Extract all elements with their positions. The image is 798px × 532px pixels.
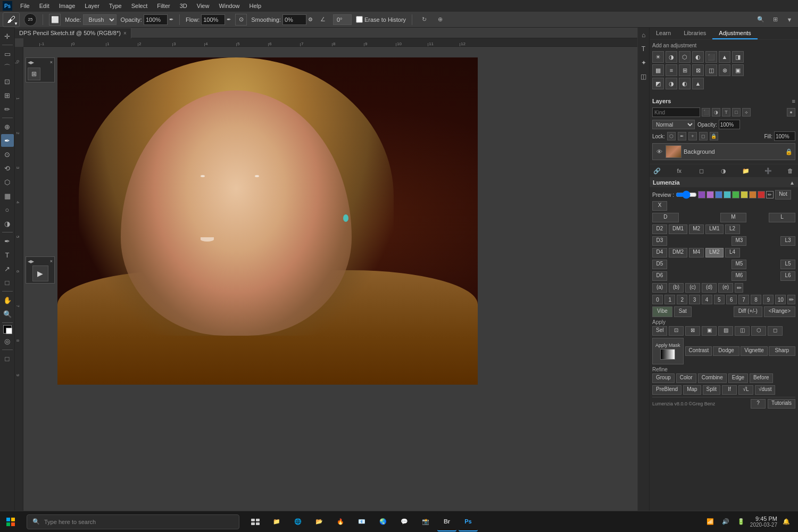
flow-input[interactable] bbox=[201, 14, 225, 25]
menu-image[interactable]: Image bbox=[55, 2, 80, 10]
tool-dodge[interactable]: ◑ bbox=[1, 217, 14, 230]
opacity-input[interactable] bbox=[719, 120, 740, 129]
color-btn[interactable]: Color bbox=[676, 373, 696, 383]
d5-btn[interactable]: D5 bbox=[652, 260, 667, 269]
tool-blur[interactable]: ○ bbox=[1, 203, 14, 216]
adj-curves2[interactable]: ◐ bbox=[679, 78, 691, 89]
flow-pressure[interactable]: ✒ bbox=[227, 16, 231, 22]
d-btn[interactable]: D bbox=[652, 213, 679, 222]
color-picker-btn[interactable]: ✏ bbox=[766, 191, 774, 198]
m5-btn[interactable]: M5 bbox=[732, 260, 746, 269]
swatch-red[interactable] bbox=[758, 191, 765, 198]
edge-browser-btn[interactable]: 🌐 bbox=[288, 512, 307, 531]
tab-libraries[interactable]: Libraries bbox=[677, 28, 712, 39]
lock-transparent-btn[interactable]: ⬡ bbox=[667, 132, 676, 140]
m2-btn[interactable]: M2 bbox=[689, 225, 704, 234]
symmetry-btn[interactable]: ⊕ bbox=[434, 14, 446, 26]
l4-btn[interactable]: L4 bbox=[725, 248, 740, 257]
tool-marquee[interactable]: ▭ bbox=[1, 47, 14, 60]
adj-curves[interactable]: ◑ bbox=[666, 51, 677, 63]
taskbar-volume[interactable]: 🔊 bbox=[719, 517, 732, 526]
num-8[interactable]: 8 bbox=[751, 295, 761, 304]
smoothing-settings[interactable]: ⚙ bbox=[308, 16, 313, 22]
tool-brush[interactable]: ✒ bbox=[1, 134, 14, 147]
menu-select[interactable]: Select bbox=[127, 2, 152, 10]
swatch-yellow[interactable] bbox=[741, 191, 748, 198]
system-clock[interactable]: 9:45 PM 2020-03-27 bbox=[750, 516, 777, 528]
tool-object-select[interactable]: ⊡ bbox=[1, 75, 14, 88]
num-6[interactable]: 6 bbox=[726, 295, 737, 304]
layers-filter-shape[interactable]: □ bbox=[732, 108, 741, 117]
adj-channelmixer[interactable]: ≡ bbox=[666, 64, 677, 76]
layers-filter-adj[interactable]: ◑ bbox=[712, 108, 720, 117]
action-panel-close[interactable]: × bbox=[50, 259, 53, 264]
apply-btn8[interactable]: ◻ bbox=[768, 326, 783, 336]
preview-slider[interactable] bbox=[676, 192, 697, 197]
brush-size-circle[interactable]: 25 bbox=[24, 13, 37, 26]
swatch-teal[interactable] bbox=[724, 191, 731, 198]
apply-btn3[interactable]: ⊠ bbox=[685, 326, 700, 336]
background-color[interactable] bbox=[6, 328, 12, 334]
vibe-btn[interactable]: Vibe bbox=[652, 306, 672, 317]
taskview-btn[interactable] bbox=[246, 512, 265, 531]
d6-btn[interactable]: D6 bbox=[652, 271, 667, 281]
before-btn[interactable]: Before bbox=[750, 373, 772, 383]
menu-window[interactable]: Window bbox=[214, 2, 244, 10]
adj-vibrance[interactable]: ◐ bbox=[692, 51, 704, 63]
adj-photofilter[interactable]: ▦ bbox=[652, 64, 664, 76]
menu-layer[interactable]: Layer bbox=[80, 2, 104, 10]
erase-to-history-check[interactable] bbox=[356, 16, 363, 23]
layers-add-btn[interactable]: ➕ bbox=[763, 166, 773, 176]
vl-btn[interactable]: √L bbox=[738, 385, 753, 395]
bridge-btn[interactable]: Br bbox=[437, 512, 456, 531]
x-btn[interactable]: X bbox=[652, 201, 667, 211]
alpha-d-btn[interactable]: (d) bbox=[702, 283, 717, 293]
num-5[interactable]: 5 bbox=[714, 295, 725, 304]
l3-btn[interactable]: L3 bbox=[780, 236, 795, 246]
tool-zoom[interactable]: 🔍 bbox=[1, 307, 14, 320]
d4-btn[interactable]: D4 bbox=[652, 248, 667, 257]
range-btn[interactable]: <Range> bbox=[764, 306, 795, 317]
layers-filter-pixel[interactable]: ⬛ bbox=[702, 108, 710, 117]
apply-mask-btn[interactable]: Apply Mask bbox=[652, 338, 684, 364]
apply-sel-btn[interactable]: Sel bbox=[652, 326, 667, 336]
dust-btn[interactable]: √dust bbox=[755, 385, 775, 395]
chat-btn[interactable]: 💬 bbox=[395, 512, 414, 531]
tab-learn[interactable]: Learn bbox=[650, 28, 677, 39]
opacity-input[interactable] bbox=[144, 14, 168, 25]
layers-panel-menu[interactable]: ≡ bbox=[792, 98, 795, 104]
menu-3d[interactable]: 3D bbox=[176, 2, 192, 10]
taskbar-search-box[interactable]: 🔍 Type here to search bbox=[27, 514, 239, 529]
adj-posterize[interactable]: ◫ bbox=[705, 64, 717, 76]
notification-btn[interactable]: 🔔 bbox=[780, 517, 793, 526]
layers-mask-btn[interactable]: ◻ bbox=[697, 166, 706, 176]
layers-link-btn[interactable]: 🔗 bbox=[652, 166, 662, 176]
group-btn[interactable]: Group bbox=[652, 373, 675, 383]
menu-help[interactable]: Help bbox=[245, 2, 266, 10]
adj-selectivecolor[interactable]: ◩ bbox=[652, 78, 664, 89]
layers-filter-type[interactable]: T bbox=[722, 108, 730, 117]
layers-filter-smart[interactable]: ⟡ bbox=[742, 108, 751, 117]
small-panel-icon-btn[interactable]: ⊞ bbox=[28, 68, 40, 80]
menu-file[interactable]: File bbox=[16, 2, 34, 10]
layers-adj-btn[interactable]: ◑ bbox=[719, 166, 728, 176]
tool-crop[interactable]: ⊞ bbox=[1, 89, 14, 102]
more-btn[interactable]: ▼ bbox=[784, 14, 795, 26]
tool-lasso[interactable]: ⌒ bbox=[1, 61, 14, 74]
combine-btn[interactable]: Combine bbox=[698, 373, 727, 383]
tool-text[interactable]: T bbox=[1, 248, 14, 261]
m6-btn[interactable]: M6 bbox=[732, 271, 746, 281]
tool-gradient[interactable]: ▦ bbox=[1, 189, 14, 202]
alpha-e-btn[interactable]: (e) bbox=[718, 283, 733, 293]
tab-adjustments[interactable]: Adjustments bbox=[712, 28, 758, 39]
apply-btn4[interactable]: ▣ bbox=[702, 326, 717, 336]
capture-btn[interactable]: 📸 bbox=[416, 512, 435, 531]
menu-filter[interactable]: Filter bbox=[153, 2, 174, 10]
layers-search[interactable] bbox=[652, 107, 700, 117]
num-0[interactable]: 0 bbox=[652, 295, 663, 304]
foreground-color[interactable] bbox=[3, 325, 12, 334]
dodge-btn[interactable]: Dodge bbox=[713, 346, 739, 356]
dm2-btn[interactable]: DM2 bbox=[669, 248, 687, 257]
dm1-btn[interactable]: DM1 bbox=[669, 225, 687, 234]
opacity-pressure[interactable]: ✒ bbox=[169, 16, 173, 22]
